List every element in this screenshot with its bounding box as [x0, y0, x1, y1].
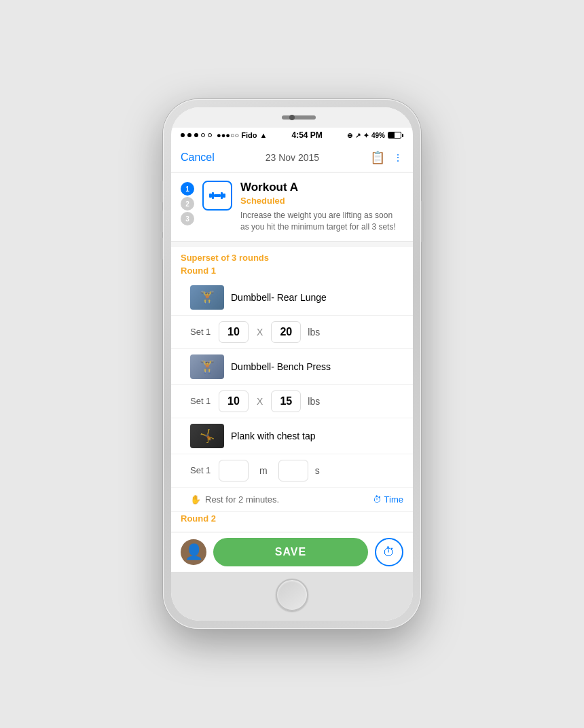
signal-dot-4 [201, 133, 205, 137]
svg-rect-3 [221, 192, 223, 199]
rest-row: ✋ Rest for 2 minutes. ⏱ Time [171, 488, 413, 512]
set-unit-2: lbs [308, 396, 320, 407]
hand-icon: ✋ [190, 494, 201, 505]
exercise-item-rear-lunge: 🏋 Dumbbell- Rear Lunge [171, 280, 413, 316]
set-row-1-rear-lunge: Set 1 X lbs [171, 316, 413, 349]
user-avatar: 👤 [181, 539, 206, 565]
weight-input-1[interactable] [271, 321, 301, 343]
avatar-emoji: 👤 [185, 543, 203, 561]
wifi-icon: ▲ [260, 131, 268, 139]
content-area: 1 2 3 [171, 172, 413, 532]
notes-icon[interactable]: 📋 [370, 150, 385, 165]
battery-body [388, 132, 401, 139]
phone-screen: ●●●○○ Fido ▲ 4:54 PM ⊕ ↗ ✦ 49% Cancel 23 [171, 107, 413, 621]
dumbbell-icon [208, 186, 227, 205]
clock-icon: ⏱ [373, 494, 382, 505]
bottom-bar: 👤 SAVE ⏱ [171, 532, 413, 572]
set-x-1: X [257, 327, 263, 338]
thumb-figure-bench: 🏋 [200, 359, 215, 374]
home-button-area [171, 572, 413, 621]
status-time: 4:54 PM [292, 130, 323, 140]
status-right: ⊕ ↗ ✦ 49% [347, 132, 403, 139]
nav-bar: Cancel 23 Nov 2015 📋 ⋮ [171, 143, 413, 172]
reps-input-1[interactable] [219, 321, 249, 343]
save-button[interactable]: SAVE [213, 538, 368, 566]
phone-speaker [282, 115, 316, 120]
step-1: 1 [181, 182, 194, 196]
signal-dot-5 [208, 133, 212, 137]
set-unit-1: lbs [308, 327, 320, 338]
workout-title: Workout A [240, 181, 403, 194]
time-button[interactable]: ⏱ Time [373, 494, 403, 505]
cancel-button[interactable]: Cancel [181, 151, 215, 164]
timer-icon: ⏱ [383, 545, 395, 560]
set-row-1-bench-press: Set 1 X lbs [171, 385, 413, 418]
exercise-item-bench-press: 🏋 Dumbbell- Bench Press [171, 349, 413, 385]
superset-title: Superset of 3 rounds [181, 253, 403, 263]
thumb-figure-plank: 🤸 [200, 429, 215, 443]
set-x-2: X [257, 396, 263, 407]
step-3: 3 [181, 212, 194, 225]
step-2: 2 [181, 197, 194, 211]
exercise-name-plank: Plank with chest tap [231, 431, 316, 441]
battery-icon [388, 132, 403, 139]
set-unit-m: m [259, 465, 268, 476]
set-label-2: Set 1 [190, 396, 212, 406]
exercise-thumb-rear-lunge: 🏋 [190, 285, 224, 310]
superset-header: Superset of 3 rounds [171, 247, 413, 264]
carrier-name: ●●●○○ Fido [217, 131, 257, 139]
workout-header: 1 2 3 [171, 172, 413, 242]
exercise-thumb-bench-press: 🏋 [190, 354, 224, 379]
svg-rect-4 [214, 194, 221, 197]
rest-text: ✋ Rest for 2 minutes. [190, 494, 279, 505]
location-icon: ⊕ [347, 132, 352, 139]
svg-rect-1 [223, 194, 225, 198]
status-bar: ●●●○○ Fido ▲ 4:54 PM ⊕ ↗ ✦ 49% [171, 128, 413, 143]
battery-pct: 49% [371, 132, 385, 139]
workout-description: Increase the weight you are lifting as s… [240, 210, 403, 233]
nav-icons: 📋 ⋮ [370, 150, 403, 165]
bluetooth-icon: ✦ [363, 132, 369, 139]
exercise-thumb-plank: 🤸 [190, 424, 224, 448]
set-unit-s: s [315, 465, 320, 476]
set-label-3: Set 1 [190, 465, 212, 475]
section-divider [171, 242, 413, 247]
signal-dot-1 [181, 133, 185, 137]
svg-rect-0 [209, 194, 212, 198]
round1-title: Round 1 [171, 264, 413, 280]
svg-rect-2 [212, 192, 214, 199]
exercise-item-plank: 🤸 Plank with chest tap [171, 418, 413, 454]
weight-input-2[interactable] [271, 390, 301, 412]
workout-info: Workout A Scheduled Increase the weight … [240, 181, 403, 233]
exercise-section: Superset of 3 rounds Round 1 🏋 Dumbbell-… [171, 247, 413, 532]
signal-dot-2 [187, 133, 191, 137]
battery-tip [402, 134, 403, 137]
arrow-icon: ↗ [355, 132, 361, 139]
more-icon[interactable]: ⋮ [393, 152, 403, 163]
battery-fill [388, 132, 395, 138]
front-camera [289, 115, 295, 120]
phone-top-bar [171, 107, 413, 128]
exercise-name-rear-lunge: Dumbbell- Rear Lunge [231, 292, 327, 303]
round2-title: Round 2 [171, 512, 413, 528]
home-button[interactable] [276, 579, 308, 611]
set-row-1-plank: Set 1 m s [171, 454, 413, 488]
phone-frame: ●●●○○ Fido ▲ 4:54 PM ⊕ ↗ ✦ 49% Cancel 23 [163, 99, 421, 629]
set-label-1: Set 1 [190, 327, 212, 337]
timer-button[interactable]: ⏱ [375, 538, 403, 566]
workout-icon-box [202, 181, 232, 211]
thumb-figure: 🏋 [200, 290, 215, 305]
workout-status: Scheduled [240, 196, 403, 206]
nav-date: 23 Nov 2015 [266, 152, 319, 163]
reps-input-2[interactable] [219, 390, 249, 412]
time-label: Time [384, 494, 403, 505]
step-indicators: 1 2 3 [181, 181, 194, 225]
rest-label: Rest for 2 minutes. [205, 494, 279, 505]
time-m-input[interactable] [219, 460, 249, 481]
exercise-name-bench-press: Dumbbell- Bench Press [231, 361, 331, 372]
time-s-input[interactable] [278, 460, 308, 481]
status-left: ●●●○○ Fido ▲ [181, 131, 267, 139]
signal-dot-3 [194, 133, 198, 137]
